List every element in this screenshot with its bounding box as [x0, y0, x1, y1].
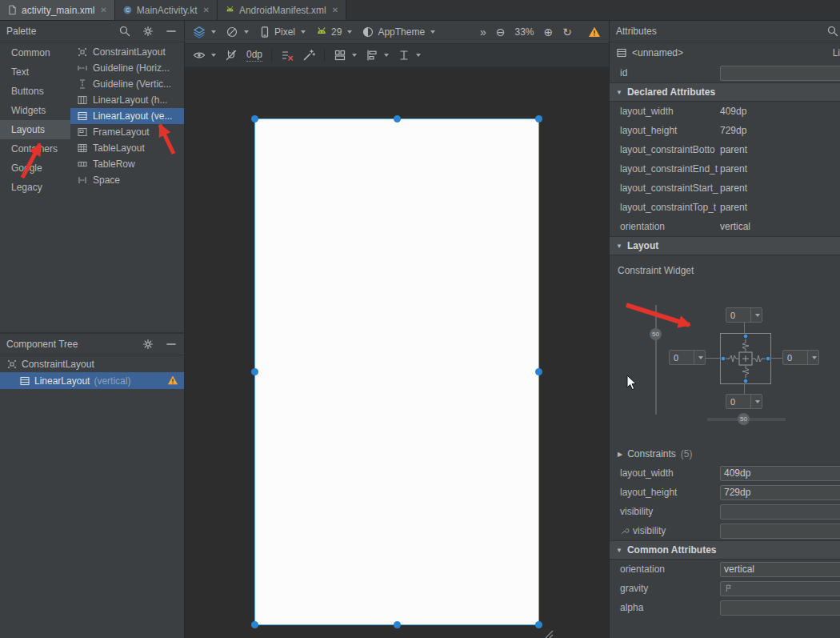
palette-item-linearlayout-horizontal[interactable]: LinearLayout (h... — [70, 92, 184, 108]
selection-handle[interactable] — [535, 621, 542, 628]
autoconnect-toggle[interactable] — [225, 49, 238, 62]
toolbar-overflow-button[interactable]: » — [480, 26, 486, 38]
tab-label: MainActivity.kt — [137, 5, 198, 16]
default-margins-selector[interactable]: 0dp — [246, 49, 262, 62]
palette-item-constraintlayout[interactable]: ConstraintLayout — [70, 44, 184, 60]
gear-icon[interactable] — [142, 338, 154, 351]
section-layout[interactable]: ▼ Layout — [610, 236, 840, 255]
attribute-label: layout_width — [620, 106, 720, 117]
palette-category-legacy[interactable]: Legacy — [0, 178, 70, 197]
clear-constraints-button[interactable] — [281, 49, 294, 62]
align-icon — [366, 49, 378, 62]
layout-width-input[interactable]: 409dp — [720, 466, 840, 481]
alpha-input[interactable] — [720, 600, 840, 616]
palette-category-text[interactable]: Text — [0, 62, 70, 82]
search-icon[interactable] — [826, 25, 839, 38]
id-input[interactable] — [720, 66, 840, 81]
attribute-value[interactable]: parent — [720, 183, 747, 194]
close-tab-icon[interactable]: ✕ — [332, 6, 338, 14]
attribute-row-orientation: orientation vertical — [610, 560, 840, 579]
attribute-value[interactable]: parent — [720, 202, 747, 213]
selection-handle[interactable] — [535, 115, 542, 122]
palette-category-containers[interactable]: Containers — [0, 139, 70, 158]
warning-icon[interactable] — [167, 375, 178, 386]
orientation-input[interactable]: vertical — [720, 562, 840, 577]
vertical-bias-value[interactable]: 50 — [650, 328, 662, 340]
palette-category-buttons[interactable]: Buttons — [0, 82, 70, 101]
margin-bottom-dropdown[interactable]: 0 — [726, 394, 762, 409]
canvas-resize-handle[interactable] — [542, 628, 554, 638]
palette-category-common[interactable]: Common — [0, 43, 70, 62]
section-declared-attributes[interactable]: ▼ Declared Attributes — [610, 82, 840, 102]
close-tab-icon[interactable]: ✕ — [100, 6, 106, 14]
align-selector[interactable] — [366, 49, 389, 62]
palette-item-tablelayout[interactable]: TableLayout — [70, 140, 184, 156]
zoom-to-fit-button[interactable]: ↻ — [562, 26, 572, 38]
design-canvas[interactable] — [185, 67, 609, 638]
layout-height-input[interactable]: 729dp — [720, 485, 840, 500]
device-selector[interactable]: Pixel — [258, 26, 306, 38]
constraint-widget-box[interactable] — [720, 333, 771, 384]
selection-handle[interactable] — [394, 115, 401, 122]
tree-item-constraintlayout[interactable]: ConstraintLayout — [0, 355, 184, 372]
selection-handle[interactable] — [394, 621, 401, 628]
space-icon — [77, 175, 88, 186]
attribute-value[interactable]: vertical — [720, 221, 750, 232]
attribute-value[interactable]: parent — [720, 144, 747, 155]
close-tab-icon[interactable]: ✕ — [203, 6, 210, 14]
right-anchor — [766, 356, 770, 361]
tab-androidmanifest-xml[interactable]: AndroidManifest.xml ✕ — [218, 0, 346, 20]
selection-handle[interactable] — [251, 621, 258, 628]
selection-handle[interactable] — [251, 115, 258, 122]
palette-category-layouts[interactable]: Layouts — [0, 120, 70, 139]
margin-left-dropdown[interactable]: 0 — [669, 350, 706, 365]
api-level-selector[interactable]: 29 — [315, 26, 352, 38]
bottom-anchor — [743, 379, 748, 383]
design-surface-selector[interactable] — [193, 26, 216, 38]
zoom-in-button[interactable]: ⊕ — [544, 26, 554, 38]
attribute-label: visibility — [633, 525, 666, 536]
palette-category-google[interactable]: Google — [0, 158, 70, 178]
selection-handle[interactable] — [535, 368, 542, 375]
attribute-label: layout_constraintStart_ — [620, 183, 720, 194]
palette-category-widgets[interactable]: Widgets — [0, 101, 70, 120]
gear-icon[interactable] — [142, 25, 154, 38]
theme-selector[interactable]: AppTheme — [362, 26, 435, 38]
section-common-attributes[interactable]: ▼ Common Attributes — [610, 540, 840, 560]
attribute-value[interactable]: 729dp — [720, 125, 746, 136]
vertical-bias-slider[interactable] — [655, 305, 657, 415]
margin-top-dropdown[interactable]: 0 — [726, 307, 762, 323]
palette-item-guideline-horizontal[interactable]: Guideline (Horiz... — [70, 60, 184, 76]
guidelines-selector[interactable] — [398, 49, 421, 62]
minimize-icon[interactable] — [165, 338, 178, 351]
blueprint-mode-selector[interactable] — [226, 26, 249, 38]
gravity-input[interactable] — [720, 581, 840, 596]
zoom-out-button[interactable]: ⊖ — [496, 26, 506, 38]
palette-item-linearlayout-vertical[interactable]: LinearLayout (ve... — [70, 108, 184, 124]
horizontal-bias-value[interactable]: 50 — [738, 413, 750, 425]
palette-item-label: Guideline (Horiz... — [93, 62, 170, 74]
attribute-value[interactable]: 409dp — [720, 106, 746, 117]
palette-item-guideline-vertical[interactable]: Guideline (Vertic... — [70, 76, 184, 92]
issues-warning-button[interactable] — [588, 26, 601, 38]
constraints-expander[interactable]: ▶ Constraints (5) — [610, 444, 840, 463]
tab-activity-main-xml[interactable]: activity_main.xml ✕ — [0, 0, 115, 20]
pack-selector[interactable] — [334, 49, 357, 62]
device-artboard[interactable] — [255, 119, 538, 624]
palette-item-space[interactable]: Space — [70, 172, 184, 188]
visibility-input[interactable] — [720, 504, 840, 520]
infer-constraints-button[interactable] — [302, 49, 315, 62]
guideline-vertical-icon — [77, 78, 88, 90]
selection-handle[interactable] — [251, 368, 258, 375]
palette-item-framelayout[interactable]: FrameLayout — [70, 124, 184, 140]
minimize-icon[interactable] — [165, 25, 178, 38]
attribute-value[interactable]: parent — [720, 163, 747, 175]
tree-item-linearlayout-vertical[interactable]: LinearLayout(vertical) — [0, 372, 184, 389]
wrench-icon — [620, 526, 630, 536]
tools-visibility-input[interactable] — [720, 524, 840, 539]
view-options-button[interactable] — [193, 49, 216, 62]
search-icon[interactable] — [118, 25, 131, 38]
margin-right-dropdown[interactable]: 0 — [782, 350, 819, 365]
palette-item-tablerow[interactable]: TableRow — [70, 156, 184, 172]
tab-mainactivity-kt[interactable]: MainActivity.kt ✕ — [115, 0, 218, 20]
